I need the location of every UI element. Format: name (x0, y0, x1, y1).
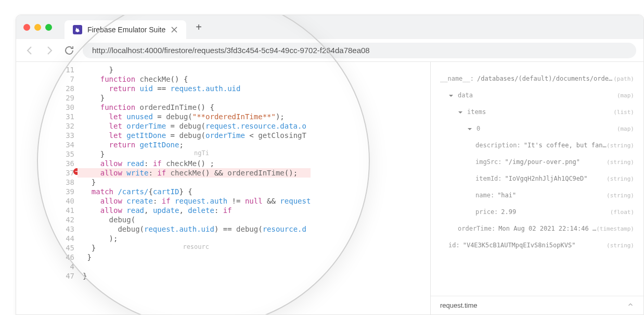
inspector-key: 0 (476, 125, 480, 132)
code-line: ); (83, 234, 311, 243)
inspector-type: (map) (617, 92, 634, 99)
url-field[interactable]: http://localhost:4000/firestore/requests… (83, 43, 636, 58)
inspector-value: "It's coffee, but fanc… (524, 142, 607, 149)
clipped-text: ngTi (194, 149, 209, 157)
line-number: 35 (49, 149, 78, 159)
close-tab-icon[interactable] (171, 26, 178, 33)
page-content: 1172829303132333435363738394041424344454… (16, 62, 643, 314)
inspector-type: (string) (607, 242, 634, 249)
back-button-icon[interactable] (23, 44, 36, 57)
line-number: 28 (49, 84, 78, 93)
line-number: 29 (49, 93, 78, 103)
twisty-down-icon[interactable] (467, 126, 472, 131)
forward-button-icon[interactable] (43, 44, 56, 57)
inspector-key: itemId: (475, 175, 502, 182)
inspector-row: itemId: "IoVgqH2nhJljAh1QC9eD"(string) (440, 170, 634, 187)
code-line: let unused = debug("**orderedInTime**"); (83, 112, 311, 121)
browser-tab[interactable]: Firebase Emulator Suite (65, 20, 186, 39)
inspector-row: id: "V4E3K5cB1AUTMpqEIvS8ni5opKVS"(strin… (440, 237, 634, 254)
line-number: 34 (49, 140, 78, 149)
inspector-value: "/img/pour-over.png" (505, 158, 607, 166)
line-number: 43 (49, 224, 78, 234)
inspector-row: imgSrc: "/img/pour-over.png"(string) (440, 154, 634, 170)
twisty-down-icon[interactable] (448, 93, 454, 98)
minimize-window-icon[interactable] (34, 24, 41, 31)
inspector-type: (float) (610, 209, 634, 216)
inspector-type: (string) (607, 175, 634, 182)
line-number: 4 (49, 262, 78, 271)
line-number: 7 (49, 74, 78, 84)
code-line: debug(request.auth.uid) == debug(resourc… (83, 224, 311, 234)
firebase-favicon-icon (73, 25, 82, 34)
line-number: 47 (49, 271, 78, 281)
inspector-row: price: 2.99(float) (440, 204, 634, 220)
inspector-value: Mon Aug 02 2021 22:14:46 GM… (498, 225, 596, 232)
traffic-lights (23, 24, 52, 31)
inspector-type: (string) (607, 159, 634, 166)
line-number: 41 (49, 206, 78, 215)
tab-bar: Firebase Emulator Suite + (16, 15, 643, 39)
inspector-row: __name__: /databases/(default)/documents… (440, 70, 634, 87)
browser-window: Firebase Emulator Suite + http://localho… (16, 15, 644, 315)
line-number: 33 (49, 131, 78, 140)
inspector-value: "V4E3K5cB1AUTMpqEIvS8ni5opKVS" (463, 242, 607, 249)
code-line: } (83, 65, 311, 74)
inspector-key: imgSrc: (475, 158, 502, 166)
inspector-row[interactable]: data(map) (440, 87, 634, 104)
inspector-row: name: "hai"(string) (440, 187, 634, 204)
inspector-key: orderTime: (458, 225, 495, 232)
inspector-row[interactable]: 0(map) (440, 120, 634, 137)
inspector-key: price: (475, 208, 498, 216)
line-number: 30 (49, 103, 78, 112)
inspector-value: 2.99 (501, 208, 610, 216)
line-number: 38 (49, 178, 78, 187)
code-line: match /carts/{cartID} { (83, 187, 311, 196)
code-line (83, 262, 311, 271)
new-tab-button[interactable]: + (191, 20, 206, 34)
inspector-type: (map) (617, 125, 634, 132)
line-number: 42 (49, 215, 78, 224)
url-text: http://localhost:4000/firestore/requests… (92, 46, 370, 55)
inspector-section-label: request.time (440, 301, 478, 309)
code-line: let orderTime = debug(request.resource.d… (83, 121, 311, 131)
code-line: debug( (83, 215, 311, 224)
code-line: allow write: if checkMe() && orderedInTi… (78, 168, 311, 178)
inspector-value: /databases/(default)/documents/orde… (477, 75, 613, 82)
inspector-key: name: (475, 192, 494, 199)
inspector-row: orderTime: Mon Aug 02 2021 22:14:46 GM…(… (440, 220, 634, 237)
close-window-icon[interactable] (23, 24, 30, 31)
inspector-key: data (458, 92, 473, 99)
inspector-key: __name__ (440, 75, 470, 82)
line-number: 45 (49, 243, 78, 253)
line-number: 31 (49, 112, 78, 121)
code-line: return getItDone; (83, 140, 311, 149)
chevron-up-icon (627, 301, 634, 310)
code-line: } (83, 271, 311, 281)
code-line: allow read, update, delete: if (83, 206, 311, 215)
inspector-key: id: (448, 242, 460, 249)
maximize-window-icon[interactable] (45, 24, 52, 31)
address-bar: http://localhost:4000/firestore/requests… (16, 39, 643, 62)
inspector-value: "hai" (497, 192, 607, 199)
inspector-type: (path) (613, 75, 634, 82)
clipped-text: resourc (183, 243, 209, 250)
request-inspector-panel: __name__: /databases/(default)/documents… (430, 62, 643, 314)
inspector-type: (timestamp) (596, 225, 634, 232)
reload-button-icon[interactable] (63, 44, 75, 57)
inspector-type: (string) (607, 192, 634, 199)
line-number: 32 (49, 121, 78, 131)
line-number: 44 (49, 234, 78, 243)
inspector-row: description: "It's coffee, but fanc…(str… (440, 137, 634, 154)
tab-title: Firebase Emulator Suite (87, 26, 165, 34)
code-line: function checkMe() { (83, 74, 311, 84)
inspector-section-toggle[interactable]: request.time (431, 296, 643, 314)
inspector-row[interactable]: items(list) (440, 104, 634, 120)
rules-editor: 1172829303132333435363738394041424344454… (16, 62, 430, 314)
code-line: return uid == request.auth.uid (83, 84, 311, 93)
code-line: let getItDone = debug(orderTime < getClo… (83, 131, 311, 140)
code-line: function orderedInTime() { (83, 103, 311, 112)
inspector-type: (string) (607, 142, 634, 149)
inspector-key: description: (475, 142, 521, 149)
code-line: } (83, 93, 311, 103)
twisty-down-icon[interactable] (458, 109, 463, 115)
